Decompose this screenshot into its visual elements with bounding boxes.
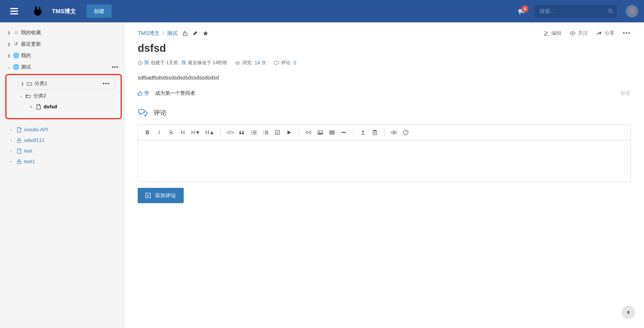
more-actions[interactable]: •••: [623, 30, 631, 37]
chevron-right-icon: ❯: [7, 42, 13, 46]
sidebar-file-ioredis[interactable]: ioredis API: [0, 125, 124, 135]
sidebar-item-test-space[interactable]: ⌄ 🌐 测试 •••: [0, 61, 124, 73]
notifications-button[interactable]: 4: [517, 8, 525, 15]
thumbs-up-icon: [138, 91, 142, 96]
user-avatar[interactable]: 员: [626, 5, 638, 17]
sidebar-file-test[interactable]: test: [0, 146, 124, 156]
ul-button[interactable]: [249, 128, 259, 137]
sidebar-item-category-2[interactable]: ⌄ 分类2: [6, 90, 121, 102]
toolbar-separator: [384, 129, 385, 136]
lock-file-icon: [16, 138, 22, 143]
edit-action[interactable]: 编辑: [544, 30, 561, 37]
svg-rect-13: [275, 130, 280, 135]
preview-button[interactable]: [389, 128, 399, 137]
search-icon[interactable]: [608, 9, 613, 14]
upload-button[interactable]: [358, 128, 368, 137]
play-button[interactable]: [284, 128, 295, 137]
sidebar-item-recent[interactable]: ❯ ↺ 最近更新: [0, 38, 124, 50]
checkbox-button[interactable]: [272, 128, 283, 137]
bold-button[interactable]: B: [142, 128, 153, 137]
sidebar-item-active-doc[interactable]: dsfsd: [6, 102, 121, 112]
search-input[interactable]: [540, 8, 608, 14]
sidebar-item-favorites[interactable]: ❯ ☆ 我的收藏: [0, 27, 124, 38]
chevron-right-icon: ❯: [7, 54, 13, 58]
image-button[interactable]: [315, 128, 326, 137]
heading-button[interactable]: H: [178, 128, 188, 137]
table-button[interactable]: [327, 128, 337, 137]
like-row: 赞 成为第一个赞同者 标签: [138, 90, 631, 97]
globe-icon: 🌐: [13, 52, 19, 59]
add-comment-button[interactable]: 添加评论: [138, 188, 184, 203]
more-icon[interactable]: •••: [112, 64, 119, 70]
history-icon: ↺: [13, 41, 19, 47]
svg-rect-2: [18, 161, 21, 164]
breadcrumb-current[interactable]: 测试: [167, 30, 178, 37]
edit-icon: [544, 31, 549, 36]
svg-point-15: [319, 132, 320, 132]
sidebar: ❯ ☆ 我的收藏 ❯ ↺ 最近更新 ❯ 🌐 我的 ⌄ 🌐 测试 ••• ❯: [0, 22, 124, 328]
sidebar-item-label: 测试: [21, 64, 31, 70]
logo[interactable]: [33, 5, 45, 17]
more-icon[interactable]: •••: [103, 81, 110, 87]
link-button[interactable]: [303, 128, 314, 137]
meta-comments: 评论: 0: [274, 60, 296, 66]
create-button[interactable]: 创建: [86, 4, 112, 18]
action-label: 编辑: [551, 30, 561, 37]
svg-point-9: [252, 134, 252, 135]
ol-button[interactable]: 123: [260, 128, 271, 137]
clipboard-button[interactable]: [369, 128, 380, 137]
quote-button[interactable]: [237, 128, 247, 137]
watch-action[interactable]: 关注: [570, 30, 588, 37]
notification-badge: 4: [521, 5, 528, 12]
heading-down-button[interactable]: H▼: [189, 128, 202, 137]
pencil-icon[interactable]: [193, 31, 198, 36]
svg-point-8: [252, 132, 252, 133]
sidebar-item-label: sdsdf111: [24, 138, 45, 143]
help-button[interactable]: ?: [400, 128, 411, 137]
rabbit-icon: [33, 5, 45, 17]
svg-text:?: ?: [405, 131, 407, 134]
svg-rect-16: [330, 131, 334, 134]
meta-author-link[interactable]: 我: [181, 60, 186, 66]
sidebar-item-label: 分类2: [33, 92, 46, 99]
svg-point-6: [237, 62, 238, 64]
folder-icon: [26, 82, 33, 86]
highlight-annotation-box: ❯ 分类1 ••• ⌄ 分类2 dsfsd: [5, 74, 122, 119]
hr-button[interactable]: [339, 128, 349, 137]
brand-link[interactable]: TMS博文: [52, 7, 76, 15]
chevron-right-icon: ❯: [21, 82, 26, 86]
meta-author-link[interactable]: 我: [144, 60, 149, 66]
italic-button[interactable]: I: [154, 128, 165, 137]
strikethrough-button[interactable]: S: [166, 128, 176, 137]
page-meta: 我 创建于 1天前, 我 最后修改于 14秒前 浏览: 14 次 评论: 0: [138, 60, 631, 66]
sidebar-item-label: test1: [24, 159, 35, 165]
meta-text: 次: [262, 60, 266, 66]
svg-rect-1: [18, 140, 21, 143]
sidebar-file-test1[interactable]: test1: [0, 156, 124, 167]
sidebar-file-sdsdf111[interactable]: sdsdf111: [0, 135, 124, 146]
comment-editor: B I S H H▼ H▲ </> 123: [138, 125, 631, 182]
heading-up-button[interactable]: H▲: [203, 128, 216, 137]
editor-textarea[interactable]: [138, 140, 630, 182]
sidebar-item-category-1[interactable]: ❯ 分类1 •••: [18, 77, 115, 90]
sidebar-item-label: 最近更新: [21, 41, 41, 47]
views-count[interactable]: 14: [255, 60, 260, 66]
menu-toggle-button[interactable]: [6, 8, 22, 14]
page-body: sdfsadfsdsdssdsdsdsdssdssdsdsd: [138, 75, 631, 81]
scroll-to-top-button[interactable]: [622, 306, 635, 319]
share-icon: [596, 31, 602, 36]
sidebar-file-list: ioredis API sdsdf111 test test1: [0, 125, 124, 167]
eye-icon: [235, 61, 240, 65]
header: TMS博文 创建 4 员: [0, 0, 644, 22]
comments-count[interactable]: 0: [294, 60, 296, 66]
share-action[interactable]: 分享: [596, 30, 615, 37]
star-icon[interactable]: [203, 31, 208, 36]
breadcrumb-root[interactable]: TMS博文: [138, 30, 160, 37]
tags-label[interactable]: 标签: [621, 90, 631, 97]
like-button[interactable]: 赞: [138, 90, 149, 97]
sidebar-item-mine[interactable]: ❯ 🌐 我的: [0, 50, 124, 61]
unlock-icon[interactable]: [183, 31, 188, 36]
code-button[interactable]: </>: [225, 128, 236, 137]
page-actions: 编辑 关注 分享 •••: [544, 30, 631, 37]
edit-square-icon: [145, 193, 151, 198]
